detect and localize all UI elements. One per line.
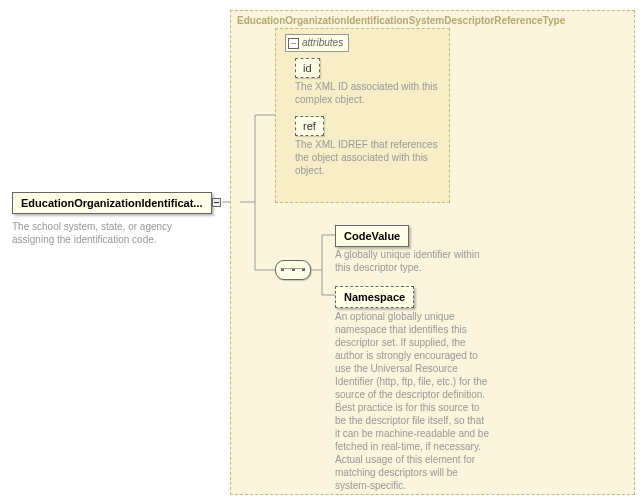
attribute-id-label: id <box>303 62 312 74</box>
namespace-label: Namespace <box>344 291 405 303</box>
attribute-ref-desc: The XML IDREF that references the object… <box>295 138 440 177</box>
sequence-compositor[interactable] <box>275 260 311 280</box>
codevalue-element[interactable]: CodeValue <box>335 225 409 247</box>
namespace-desc: An optional globally unique namespace th… <box>335 310 490 492</box>
attributes-label: attributes <box>302 37 343 48</box>
attributes-header[interactable]: –attributes <box>285 34 349 52</box>
codevalue-desc: A globally unique identifier within this… <box>335 248 480 274</box>
attributes-toggle-icon: – <box>288 38 299 49</box>
root-element-label: EducationOrganizationIdentificat... <box>21 197 203 209</box>
codevalue-label: CodeValue <box>344 230 400 242</box>
root-expand-toggle[interactable] <box>212 198 221 207</box>
attribute-ref-label: ref <box>303 120 316 132</box>
attribute-ref[interactable]: ref <box>295 116 324 136</box>
root-element-box[interactable]: EducationOrganizationIdentificat... <box>12 192 212 214</box>
type-container-title: EducationOrganizationIdentificationSyste… <box>235 15 567 26</box>
namespace-element[interactable]: Namespace <box>335 286 414 308</box>
attribute-id-desc: The XML ID associated with this complex … <box>295 80 440 106</box>
root-element-desc: The school system, state, or agency assi… <box>12 220 212 246</box>
attribute-id[interactable]: id <box>295 58 320 78</box>
